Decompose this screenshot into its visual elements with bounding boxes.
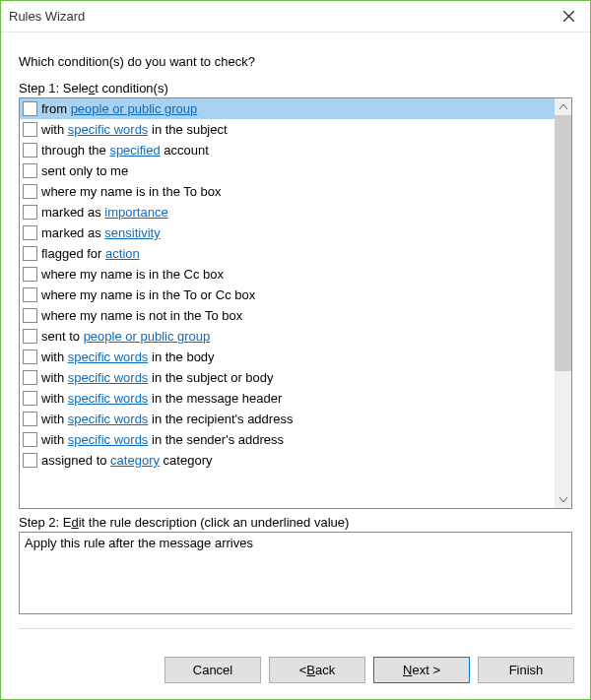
condition-row[interactable]: sent only to me	[20, 160, 555, 181]
condition-row[interactable]: with specific words in the subject	[20, 119, 555, 140]
condition-row[interactable]: with specific words in the recipient's a…	[20, 409, 555, 429]
condition-checkbox[interactable]	[23, 184, 37, 199]
condition-checkbox[interactable]	[23, 267, 37, 282]
condition-link[interactable]: people or public group	[71, 101, 198, 116]
scrollbar-thumb[interactable]	[555, 115, 571, 371]
condition-row[interactable]: marked as importance	[20, 202, 555, 223]
condition-link[interactable]: specific words	[68, 122, 149, 137]
step1-label: Step 1: Select condition(s)	[19, 81, 572, 95]
condition-text: flagged for action	[41, 246, 140, 261]
condition-link[interactable]: category	[110, 453, 160, 468]
back-button[interactable]: < Back	[269, 657, 365, 683]
rule-description-box[interactable]: Apply this rule after the message arrive…	[19, 532, 572, 614]
condition-checkbox[interactable]	[23, 143, 37, 158]
rules-wizard-window: Rules Wizard Which condition(s) do you w…	[0, 0, 591, 700]
finish-button[interactable]: Finish	[478, 657, 574, 683]
condition-text: with specific words in the sender's addr…	[41, 432, 284, 447]
condition-checkbox[interactable]	[23, 163, 37, 178]
window-title: Rules Wizard	[9, 9, 85, 24]
condition-link[interactable]: specific words	[68, 370, 149, 385]
condition-text: sent to people or public group	[41, 329, 210, 344]
condition-checkbox[interactable]	[23, 287, 37, 302]
condition-checkbox[interactable]	[23, 412, 37, 426]
condition-checkbox[interactable]	[23, 225, 37, 240]
scroll-down-icon[interactable]	[555, 491, 571, 508]
condition-text: through the specified account	[41, 143, 209, 158]
condition-text: where my name is not in the To box	[41, 308, 242, 323]
wizard-button-row: Cancel < Back Next > Finish	[1, 657, 590, 699]
condition-checkbox[interactable]	[23, 432, 37, 447]
condition-text: assigned to category category	[41, 453, 212, 468]
conditions-list-inner: from people or public groupwith specific…	[20, 98, 555, 508]
condition-text: from people or public group	[41, 101, 197, 116]
cancel-button[interactable]: Cancel	[164, 657, 261, 683]
condition-row[interactable]: where my name is not in the To box	[20, 305, 555, 326]
condition-text: where my name is in the To or Cc box	[41, 287, 255, 302]
condition-row[interactable]: assigned to category category	[20, 450, 555, 471]
condition-row[interactable]: through the specified account	[20, 140, 555, 160]
wizard-question: Which condition(s) do you want to check?	[19, 54, 572, 69]
condition-row[interactable]: with specific words in the sender's addr…	[20, 429, 555, 450]
close-button[interactable]	[547, 2, 590, 32]
conditions-scrollbar[interactable]	[555, 98, 571, 508]
condition-checkbox[interactable]	[23, 101, 37, 116]
condition-link[interactable]: sensitivity	[104, 225, 160, 240]
titlebar: Rules Wizard	[1, 1, 590, 32]
condition-checkbox[interactable]	[23, 453, 37, 468]
condition-row[interactable]: from people or public group	[20, 98, 555, 119]
button-separator	[19, 628, 572, 629]
condition-text: marked as sensitivity	[41, 225, 161, 240]
condition-link[interactable]: specific words	[68, 350, 149, 364]
condition-row[interactable]: sent to people or public group	[20, 326, 555, 347]
condition-row[interactable]: with specific words in the message heade…	[20, 388, 555, 409]
condition-text: sent only to me	[41, 163, 128, 178]
condition-checkbox[interactable]	[23, 122, 37, 137]
condition-checkbox[interactable]	[23, 308, 37, 323]
condition-checkbox[interactable]	[23, 350, 37, 364]
condition-link[interactable]: people or public group	[84, 329, 211, 344]
condition-link[interactable]: specific words	[68, 412, 149, 426]
condition-checkbox[interactable]	[23, 246, 37, 261]
condition-row[interactable]: where my name is in the To box	[20, 181, 555, 202]
condition-link[interactable]: specific words	[68, 432, 149, 447]
condition-text: where my name is in the Cc box	[41, 267, 224, 282]
condition-text: with specific words in the body	[41, 350, 215, 364]
condition-row[interactable]: with specific words in the body	[20, 347, 555, 367]
condition-checkbox[interactable]	[23, 370, 37, 385]
condition-text: with specific words in the message heade…	[41, 391, 282, 406]
condition-link[interactable]: specific words	[68, 391, 149, 406]
rule-description-text: Apply this rule after the message arrive…	[25, 536, 253, 550]
condition-link[interactable]: action	[105, 246, 140, 261]
condition-link[interactable]: specified	[109, 143, 160, 158]
scroll-up-icon[interactable]	[555, 98, 571, 115]
condition-text: with specific words in the subject	[41, 122, 228, 137]
condition-row[interactable]: where my name is in the To or Cc box	[20, 285, 555, 305]
condition-checkbox[interactable]	[23, 205, 37, 220]
condition-row[interactable]: marked as sensitivity	[20, 223, 555, 243]
condition-link[interactable]: importance	[104, 205, 167, 220]
close-icon	[563, 11, 574, 22]
next-button[interactable]: Next >	[373, 657, 470, 683]
condition-text: marked as importance	[41, 205, 168, 220]
condition-row[interactable]: where my name is in the Cc box	[20, 264, 555, 285]
condition-checkbox[interactable]	[23, 329, 37, 344]
condition-row[interactable]: flagged for action	[20, 243, 555, 264]
condition-text: with specific words in the recipient's a…	[41, 412, 293, 426]
condition-text: where my name is in the To box	[41, 184, 222, 199]
conditions-listbox[interactable]: from people or public groupwith specific…	[19, 97, 572, 509]
scrollbar-track[interactable]	[555, 115, 571, 491]
condition-checkbox[interactable]	[23, 391, 37, 406]
condition-text: with specific words in the subject or bo…	[41, 370, 274, 385]
step2-label: Step 2: Edit the rule description (click…	[19, 515, 572, 530]
wizard-body: Which condition(s) do you want to check?…	[1, 32, 590, 657]
condition-row[interactable]: with specific words in the subject or bo…	[20, 367, 555, 388]
